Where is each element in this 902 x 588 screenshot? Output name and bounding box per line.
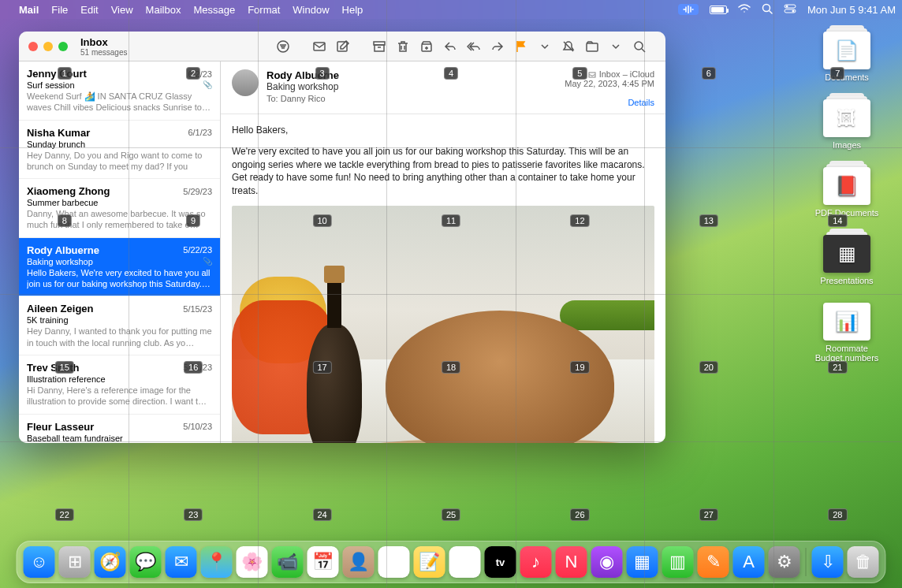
- flag-icon[interactable]: [514, 39, 528, 54]
- desktop-folder-documents[interactable]: 📄Documents: [800, 32, 894, 82]
- menu-message[interactable]: Message: [193, 4, 235, 16]
- dock-music[interactable]: ♪: [520, 546, 552, 578]
- battery-icon[interactable]: [710, 6, 727, 14]
- message-item[interactable]: Aileen Zeigen5/15/23 5K training Hey Dan…: [19, 296, 220, 355]
- app-name-menu[interactable]: Mail: [19, 4, 39, 16]
- dock-pages[interactable]: ✎: [698, 546, 729, 578]
- svg-point-12: [635, 42, 643, 50]
- desktop-label: Presentations: [800, 276, 894, 285]
- email-date: May 22, 2023, 4:45 PM: [565, 79, 654, 88]
- svg-rect-9: [375, 45, 384, 51]
- junk-icon[interactable]: [419, 39, 434, 54]
- move-icon[interactable]: [585, 39, 599, 54]
- dock-facetime[interactable]: 📹: [272, 546, 304, 578]
- email-attachment-image: [232, 206, 654, 443]
- inbox-title: Inbox: [80, 36, 127, 48]
- dock-separator: [806, 548, 807, 576]
- message-item[interactable]: Xiaomeng Zhong5/29/23 Summer barbecue Da…: [19, 179, 220, 238]
- details-link[interactable]: Details: [565, 98, 654, 107]
- desktop-folder-pdf[interactable]: 📕PDF Documents: [800, 167, 894, 218]
- dock-calendar[interactable]: 📅: [308, 546, 339, 578]
- mail-titlebar[interactable]: Inbox 51 messages: [19, 32, 665, 61]
- menubar: Mail File Edit View Mailbox Message Form…: [0, 0, 902, 19]
- compose-icon[interactable]: [336, 39, 350, 54]
- archive-icon[interactable]: [372, 39, 386, 54]
- menu-mailbox[interactable]: Mailbox: [146, 4, 181, 16]
- mail-window: Inbox 51 messages: [19, 32, 665, 443]
- desktop-label: Documents: [800, 73, 894, 82]
- mute-icon[interactable]: [561, 39, 576, 54]
- reply-icon[interactable]: [443, 39, 457, 54]
- dock-notes[interactable]: 📝: [414, 546, 445, 578]
- dock-news[interactable]: N: [556, 546, 587, 578]
- menu-help[interactable]: Help: [342, 4, 363, 16]
- dock-mail[interactable]: ✉: [166, 546, 197, 578]
- desktop-folder-presentations[interactable]: ▦Presentations: [800, 235, 894, 285]
- menu-window[interactable]: Window: [293, 4, 329, 16]
- desktop-label: Roommate Budget.numbers: [800, 344, 894, 363]
- trash-icon[interactable]: [396, 39, 410, 54]
- menu-file[interactable]: File: [51, 4, 68, 16]
- reply-all-icon[interactable]: [467, 39, 481, 54]
- dock-finder[interactable]: ☺: [24, 546, 55, 578]
- envelope-icon[interactable]: [312, 39, 326, 54]
- dock: ☺⊞🧭💬✉📍🌸📹📅👤☑📝✏tv♪N◉▦▥✎A⚙⇩🗑: [17, 541, 886, 583]
- email-subject: Baking workshop: [266, 81, 557, 92]
- dock-reminders[interactable]: ☑: [378, 546, 410, 578]
- dock-messages[interactable]: 💬: [130, 546, 162, 578]
- dock-safari[interactable]: 🧭: [95, 546, 126, 578]
- dock-trash[interactable]: 🗑: [848, 546, 879, 578]
- reader-pane: Rody Albuerne Baking workshop To: Danny …: [221, 61, 665, 443]
- dock-photos[interactable]: 🌸: [237, 546, 268, 578]
- dock-podcasts[interactable]: ◉: [591, 546, 623, 578]
- forward-icon[interactable]: [490, 39, 505, 54]
- menu-view[interactable]: View: [111, 4, 133, 16]
- to-label: To:: [266, 94, 278, 103]
- dock-maps[interactable]: 📍: [201, 546, 233, 578]
- message-item[interactable]: Trev Smith5/11/23 Illustration reference…: [19, 355, 220, 415]
- svg-point-2: [785, 5, 788, 7]
- wifi-icon[interactable]: [738, 4, 751, 16]
- control-center-icon[interactable]: [784, 4, 796, 16]
- svg-point-4: [792, 9, 794, 12]
- desktop-folder-images[interactable]: 🖼Images: [800, 99, 894, 150]
- dock-launchpad[interactable]: ⊞: [59, 546, 91, 578]
- dock-appstore[interactable]: A: [733, 546, 765, 578]
- move-chevron-icon[interactable]: [609, 39, 623, 54]
- flag-chevron-icon[interactable]: [538, 39, 552, 54]
- datetime[interactable]: Mon Jun 5 9:41 AM: [807, 4, 896, 16]
- search-icon[interactable]: [762, 3, 773, 17]
- zoom-button[interactable]: [58, 42, 68, 51]
- email-body[interactable]: Hello Bakers, We're very excited to have…: [221, 114, 665, 443]
- dock-downloads[interactable]: ⇩: [812, 546, 844, 578]
- svg-point-0: [762, 4, 770, 11]
- message-item[interactable]: Nisha Kumar6/1/23 Sunday brunch Hey Dann…: [19, 121, 220, 180]
- search-icon[interactable]: [632, 39, 647, 54]
- desktop-label: Images: [800, 140, 894, 150]
- email-greeting: Hello Bakers,: [232, 124, 654, 137]
- email-from: Rody Albuerne: [266, 69, 557, 81]
- email-to: Danny Rico: [281, 94, 326, 103]
- svg-rect-6: [314, 43, 325, 50]
- message-item[interactable]: Fleur Lasseur5/10/23 Baseball team fundr…: [19, 415, 220, 443]
- message-item[interactable]: Rody Albuerne5/22/23 Baking workshop📎 He…: [19, 238, 220, 297]
- menu-edit[interactable]: Edit: [80, 4, 98, 16]
- desktop-file-budget[interactable]: 📊Roommate Budget.numbers: [800, 303, 894, 363]
- inbox-count: 51 messages: [80, 48, 127, 57]
- email-header: Rody Albuerne Baking workshop To: Danny …: [221, 61, 665, 114]
- menu-format[interactable]: Format: [248, 4, 280, 16]
- dock-freeform[interactable]: ✏: [449, 546, 481, 578]
- message-item[interactable]: Jenny Court6/2/23 Surf session📎 Weekend …: [19, 61, 220, 121]
- dock-tv[interactable]: tv: [485, 546, 516, 578]
- svg-rect-11: [587, 43, 598, 51]
- filter-icon[interactable]: [276, 39, 290, 54]
- minimize-button[interactable]: [43, 42, 53, 51]
- close-button[interactable]: [28, 42, 38, 51]
- dock-contacts[interactable]: 👤: [343, 546, 375, 578]
- siri-icon[interactable]: [678, 4, 699, 15]
- message-list[interactable]: Jenny Court6/2/23 Surf session📎 Weekend …: [19, 61, 221, 443]
- inbox-icon: [588, 70, 596, 78]
- dock-settings[interactable]: ⚙: [769, 546, 800, 578]
- dock-numbers[interactable]: ▥: [662, 546, 694, 578]
- dock-keynote[interactable]: ▦: [627, 546, 658, 578]
